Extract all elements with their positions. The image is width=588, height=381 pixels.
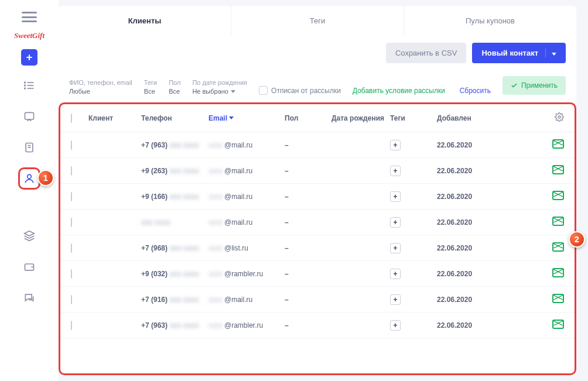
table-row: +7 (963) xxx xxxxxxxx@rambler.ru–+22.06.… <box>60 313 575 338</box>
row-checkbox[interactable] <box>71 140 72 150</box>
nav-messages-icon[interactable] <box>18 287 40 309</box>
callout-1: 1 <box>37 170 54 186</box>
add-tag-button[interactable]: + <box>390 166 401 176</box>
new-contact-button[interactable]: Новый контакт <box>472 43 566 63</box>
email-cell: xxxx@mail.ru <box>208 167 285 175</box>
row-checkbox[interactable] <box>71 321 72 330</box>
add-tag-button[interactable]: + <box>390 191 401 202</box>
table-row: +9 (032) xxx xxxxxxxx@rambler.ru–+22.06.… <box>60 261 575 287</box>
row-checkbox[interactable] <box>71 166 72 176</box>
mail-icon[interactable] <box>552 191 564 200</box>
row-checkbox[interactable] <box>71 218 72 227</box>
svg-rect-6 <box>25 112 34 119</box>
gender-cell: – <box>285 270 331 278</box>
save-csv-button[interactable]: Сохранить в CSV <box>386 43 466 63</box>
tab-clients[interactable]: Клиенты <box>59 6 231 36</box>
add-tag-button[interactable]: + <box>390 140 401 150</box>
nav-wallet-icon[interactable] <box>18 256 40 278</box>
nav-layers-icon[interactable] <box>18 225 40 247</box>
nav-doc-icon[interactable] <box>18 136 40 159</box>
nav-list-icon[interactable] <box>18 74 40 97</box>
filter-unsubscribed[interactable]: Отписан от рассылки <box>259 86 341 95</box>
tabs: Клиенты Теги Пулы купонов <box>59 6 576 36</box>
header-added[interactable]: Добавлен <box>437 114 490 122</box>
clients-table: Клиент Телефон Email Пол Дата рождения Т… <box>59 102 576 375</box>
added-cell: 22.06.2020 <box>437 244 490 252</box>
tab-coupons[interactable]: Пулы купонов <box>404 6 576 36</box>
email-cell: xxxx@rambler.ru <box>208 321 285 329</box>
filter-birth[interactable]: По дате рожденияНе выбрано <box>192 79 247 95</box>
gender-cell: – <box>285 321 331 329</box>
filter-tags[interactable]: ТегиВсе <box>144 79 157 95</box>
select-all-checkbox[interactable] <box>71 114 72 123</box>
mail-icon[interactable] <box>552 139 564 149</box>
header-email[interactable]: Email <box>208 114 285 122</box>
table-row: +9 (166) xxx xxxxxxxx@mail.ru–+22.06.202… <box>60 184 575 210</box>
svg-marker-11 <box>25 231 35 236</box>
settings-icon[interactable] <box>555 115 564 123</box>
added-cell: 22.06.2020 <box>437 193 490 201</box>
added-cell: 22.06.2020 <box>437 141 490 149</box>
header-client[interactable]: Клиент <box>88 114 141 122</box>
email-cell: xxxx@rambler.ru <box>208 270 285 278</box>
added-cell: 22.06.2020 <box>437 296 490 304</box>
add-tag-button[interactable]: + <box>390 294 401 305</box>
added-cell: 22.06.2020 <box>437 167 490 175</box>
svg-point-5 <box>25 88 26 89</box>
gender-cell: – <box>285 244 331 252</box>
header-birth[interactable]: Дата рождения <box>331 114 390 122</box>
phone-cell: +7 (916) xxx xxxx <box>141 296 208 304</box>
add-tag-button[interactable]: + <box>390 320 401 331</box>
row-checkbox[interactable] <box>71 269 72 279</box>
add-tag-button[interactable]: + <box>390 217 401 228</box>
add-condition-link[interactable]: Добавить условие рассылки <box>353 87 445 95</box>
menu-toggle[interactable] <box>22 12 37 22</box>
table-row: +7 (968) xxx xxxxxxxx@list.ru–+22.06.202… <box>60 235 575 261</box>
gender-cell: – <box>285 296 331 304</box>
mail-icon[interactable] <box>552 268 564 277</box>
phone-cell: +7 (968) xxx xxxx <box>141 244 208 252</box>
phone-cell: +7 (963) xxx xxxx <box>141 321 208 329</box>
row-checkbox[interactable] <box>71 295 72 304</box>
mail-icon[interactable] <box>552 217 564 226</box>
phone-cell: +9 (166) xxx xxxx <box>141 193 208 201</box>
row-checkbox[interactable] <box>71 243 72 253</box>
email-cell: xxxx@mail.ru <box>208 193 285 201</box>
gender-cell: – <box>285 167 331 175</box>
header-phone[interactable]: Телефон <box>141 114 208 122</box>
phone-cell: +9 (263) xxx xxxx <box>141 167 208 175</box>
added-cell: 22.06.2020 <box>437 218 490 226</box>
email-cell: xxxx@list.ru <box>208 244 285 252</box>
mail-icon[interactable] <box>552 165 564 174</box>
filter-gender[interactable]: ПолВсе <box>169 79 180 95</box>
svg-point-10 <box>28 174 32 179</box>
svg-point-3 <box>25 82 26 83</box>
add-button[interactable]: + <box>21 49 37 66</box>
gender-cell: – <box>285 141 331 149</box>
mail-icon[interactable] <box>552 294 564 303</box>
apply-button[interactable]: Применить <box>502 76 566 95</box>
add-tag-button[interactable]: + <box>390 243 401 253</box>
email-cell: xxxx@mail.ru <box>208 296 285 304</box>
mail-icon[interactable] <box>552 242 564 252</box>
table-row: +9 (263) xxx xxxxxxxx@mail.ru–+22.06.202… <box>60 158 575 184</box>
mail-icon[interactable] <box>552 320 564 329</box>
phone-cell: +9 (032) xxx xxxx <box>141 270 208 278</box>
filter-fio[interactable]: ФИО, телефон, emailЛюбые <box>69 79 132 95</box>
nav-chat-icon[interactable] <box>18 105 40 128</box>
email-cell: xxxx@mail.ru <box>208 218 285 226</box>
row-checkbox[interactable] <box>71 192 72 201</box>
logo: SweetGift <box>14 31 45 40</box>
header-tags[interactable]: Теги <box>390 114 437 122</box>
table-row: +7 (963) xxx xxxxxxxx@mail.ru–+22.06.202… <box>60 132 575 158</box>
gender-cell: – <box>285 193 331 201</box>
added-cell: 22.06.2020 <box>437 321 490 329</box>
callout-2: 2 <box>569 231 585 248</box>
reset-link[interactable]: Сбросить <box>460 87 491 95</box>
svg-point-13 <box>558 116 560 118</box>
gender-cell: – <box>285 218 331 226</box>
phone-cell: +7 (963) xxx xxxx <box>141 141 208 149</box>
header-gender[interactable]: Пол <box>285 114 331 122</box>
add-tag-button[interactable]: + <box>390 269 401 279</box>
tab-tags[interactable]: Теги <box>231 6 404 36</box>
